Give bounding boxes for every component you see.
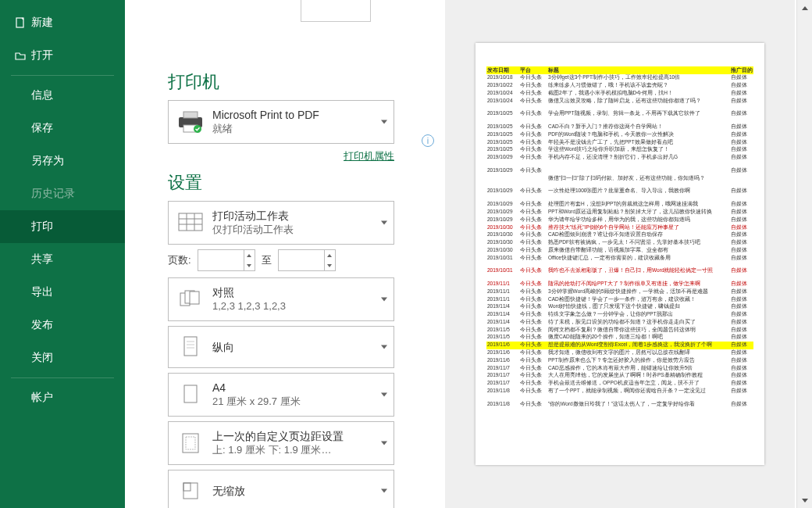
scroll-down-icon[interactable] [797, 492, 812, 508]
svg-rect-2 [183, 112, 198, 118]
dropdown-sub: 21 厘米 x 29.7 厘米 [212, 395, 301, 409]
printer-dropdown[interactable]: Microsoft Print to PDF 就绪 [168, 100, 394, 144]
sidebar-label: 关闭 [31, 351, 53, 365]
chevron-down-icon [381, 298, 387, 302]
chevron-down-icon [381, 345, 387, 349]
sidebar-item-saveas[interactable]: 另存为 [0, 145, 125, 177]
chevron-down-icon [381, 489, 387, 493]
sidebar-item-export[interactable]: 导出 [0, 276, 125, 309]
print-preview-area: 发布日期平台标题推广目的 2019/10/18今日头条3分钟get这3个PPT制… [445, 0, 795, 508]
chevron-down-icon [381, 120, 387, 124]
print-button[interactable]: 打印 [301, 0, 371, 22]
to-label: 至 [262, 253, 272, 267]
svg-rect-21 [183, 483, 191, 491]
main-content: 打印 i 打印机 Microsoft Print to PDF 就绪 打印机属性… [125, 0, 812, 508]
new-icon [14, 16, 31, 29]
settings-section-title: 设置 [168, 171, 402, 195]
printer-status: 就绪 [212, 123, 319, 136]
sidebar-item-share[interactable]: 共享 [0, 243, 125, 276]
dropdown-sub: 1,2,3 1,2,3 1,2,3 [212, 300, 286, 313]
scaling-dropdown[interactable]: 无缩放 [168, 470, 394, 508]
sidebar-label: 新建 [31, 16, 53, 30]
dropdown-sub: 仅打印活动工作表 [212, 224, 294, 237]
spinner-up-icon[interactable] [244, 250, 255, 260]
collate-icon [175, 284, 206, 315]
margins-dropdown[interactable]: 上一次的自定义页边距设置 上: 1.9 厘米 下: 1.9 厘米… [168, 421, 394, 465]
sidebar-item-publish[interactable]: 发布 [0, 309, 125, 342]
backstage-sidebar: 新建 打开 信息 保存 另存为 历史记录 打印 共享 导出 发布 关闭 帐户 [0, 0, 125, 508]
scaling-icon [175, 475, 206, 506]
spinner-down-icon[interactable] [325, 260, 335, 270]
scroll-up-icon[interactable] [797, 0, 812, 16]
sidebar-label: 帐户 [31, 391, 53, 405]
dropdown-title: 纵向 [212, 340, 234, 354]
spinner-up-icon[interactable] [325, 250, 335, 260]
scrollbar-track[interactable] [797, 16, 812, 492]
printer-section-title: 打印机 [168, 70, 402, 94]
sidebar-item-print[interactable]: 打印 [0, 210, 125, 243]
preview-page: 发布日期平台标题推广目的 2019/10/18今日头条3分钟get这3个PPT制… [475, 43, 764, 465]
svg-rect-13 [184, 337, 197, 356]
sidebar-item-info[interactable]: 信息 [0, 79, 125, 112]
printer-icon [175, 106, 206, 138]
settings-column: i 打印机 Microsoft Print to PDF 就绪 打印机属性 设置… [168, 63, 402, 508]
info-icon[interactable]: i [422, 134, 434, 147]
sidebar-item-history: 历史记录 [0, 177, 125, 210]
sidebar-label: 打开 [31, 48, 53, 63]
spinner-down-icon[interactable] [244, 260, 255, 270]
sidebar-item-close[interactable]: 关闭 [0, 342, 125, 374]
pages-to-input[interactable] [278, 249, 336, 271]
svg-rect-17 [184, 385, 197, 402]
orientation-dropdown[interactable]: 纵向 [168, 326, 394, 368]
svg-rect-0 [16, 18, 23, 27]
sidebar-divider [11, 75, 114, 76]
sidebar-label: 共享 [31, 252, 53, 267]
sidebar-label: 发布 [31, 318, 53, 332]
vertical-scrollbar[interactable] [796, 0, 812, 508]
sheets-icon [175, 207, 206, 238]
svg-rect-12 [190, 292, 199, 304]
sidebar-item-open[interactable]: 打开 [0, 39, 125, 72]
chevron-down-icon [381, 221, 387, 225]
sidebar-label: 另存为 [31, 154, 64, 168]
sidebar-item-account[interactable]: 帐户 [0, 381, 125, 414]
chevron-down-icon [381, 393, 387, 397]
dropdown-title: A4 [212, 381, 301, 395]
pages-label: 页数: [168, 253, 191, 267]
dropdown-title: 上一次的自定义页边距设置 [212, 429, 344, 443]
dropdown-title: 无缩放 [212, 484, 245, 498]
sidebar-label: 导出 [31, 285, 53, 299]
dropdown-sub: 上: 1.9 厘米 下: 1.9 厘米… [212, 444, 344, 457]
sidebar-label: 打印 [31, 220, 53, 234]
print-what-dropdown[interactable]: 打印活动工作表 仅打印活动工作表 [168, 201, 394, 245]
collate-dropdown[interactable]: 对照 1,2,3 1,2,3 1,2,3 [168, 277, 394, 321]
folder-open-icon [14, 49, 31, 62]
dropdown-title: 对照 [212, 285, 286, 299]
preview-table: 发布日期平台标题推广目的 2019/10/18今日头条3分钟get这3个PPT制… [486, 66, 753, 408]
sidebar-label: 信息 [31, 88, 53, 102]
paper-size-dropdown[interactable]: A4 21 厘米 x 29.7 厘米 [168, 373, 394, 417]
portrait-icon [175, 331, 206, 363]
printer-name: Microsoft Print to PDF [212, 108, 319, 122]
sidebar-label: 历史记录 [31, 187, 75, 201]
sidebar-item-save[interactable]: 保存 [0, 112, 125, 145]
sidebar-item-new[interactable]: 新建 [0, 6, 125, 39]
print-button-label: 打印 [326, 0, 346, 2]
margins-icon [175, 428, 206, 459]
sidebar-divider [11, 377, 114, 378]
paper-icon [175, 379, 206, 410]
svg-rect-19 [186, 437, 195, 449]
printer-properties-link[interactable]: 打印机属性 [344, 150, 394, 162]
sidebar-label: 保存 [31, 121, 53, 135]
svg-rect-5 [179, 213, 202, 231]
dropdown-title: 打印活动工作表 [212, 209, 294, 223]
pages-range-row: 页数: 至 [168, 249, 394, 271]
chevron-down-icon [381, 442, 387, 445]
pages-from-input[interactable] [198, 249, 255, 271]
